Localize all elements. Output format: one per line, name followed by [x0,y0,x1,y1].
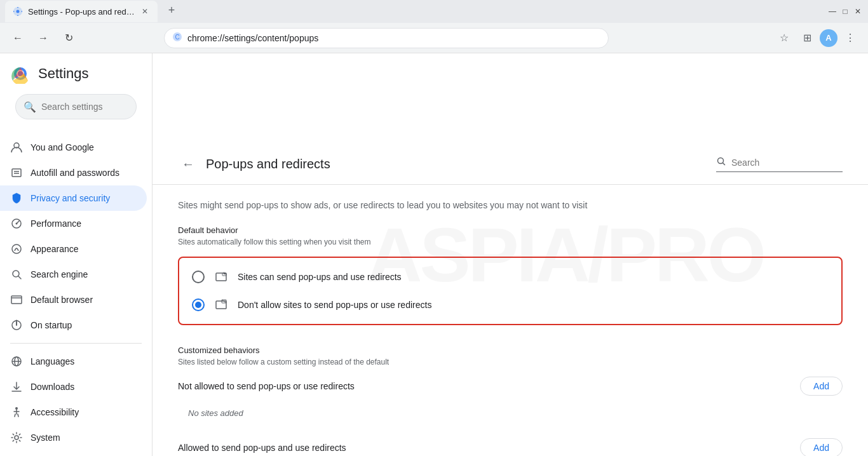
svg-point-25 [15,436,18,439]
tab-close-button[interactable]: ✕ [140,6,150,17]
allowed-label: Allowed to send pop-ups and use redirect… [178,443,346,453]
main-content: Settings 🔍 You and Google [0,53,868,456]
bookmark-button[interactable]: ☆ [774,28,794,48]
allowed-add-button[interactable]: Add [800,438,843,456]
sidebar-item-label: Languages [31,356,74,366]
sidebar-item-label: Accessibility [31,407,79,417]
minimize-button[interactable]: — [827,6,837,17]
allow-popups-option[interactable]: Sites can send pop-ups and use redirects [179,263,841,291]
search-engine-icon [10,268,23,281]
svg-text:C: C [175,34,179,41]
page-title-row: ← Pop-ups and redirects [178,154,330,174]
toolbar-icons: ☆ ⊞ A ⋮ [774,28,860,48]
startup-icon [10,319,23,332]
tab-title: Settings - Pop-ups and redirec... [28,7,135,17]
address-bar[interactable]: C chrome://settings/content/popups [164,28,609,48]
sidebar-item-downloads[interactable]: Downloads [0,374,147,399]
active-tab[interactable]: Settings - Pop-ups and redirec... ✕ [5,1,158,22]
allow-popups-label: Sites can send pop-ups and use redirects [238,272,402,282]
extensions-button[interactable]: ⊞ [797,28,817,48]
sidebar-item-label: Downloads [31,382,74,392]
svg-line-14 [18,276,21,279]
block-radio-button[interactable] [192,298,205,311]
sidebar-item-accessibility[interactable]: Accessibility [0,399,147,425]
sidebar-item-search-engine[interactable]: Search engine [0,262,147,287]
settings-search-input[interactable] [41,102,153,112]
svg-point-19 [16,320,18,322]
default-browser-icon [10,293,23,306]
default-behavior-options: Sites can send pop-ups and use redirects [178,257,843,325]
settings-search-bar[interactable]: 🔍 [15,94,137,119]
performance-icon [10,217,23,230]
page-search-input[interactable] [731,158,843,168]
sidebar-item-reset-settings[interactable]: Reset settings [0,450,147,456]
allowed-section: Allowed to send pop-ups and use redirect… [178,438,843,456]
sidebar-item-languages[interactable]: Languages [0,349,147,374]
sidebar-item-label: Performance [31,218,81,229]
refresh-button[interactable]: ↻ [58,28,79,48]
languages-icon [10,355,23,368]
sidebar-item-label: On startup [31,320,72,330]
content-body: Sites might send pop-ups to show ads, or… [153,185,868,456]
search-icon: 🔍 [24,101,36,113]
not-allowed-no-sites: No sites added [178,403,843,423]
sidebar-item-default-browser[interactable]: Default browser [0,287,147,312]
not-allowed-add-button[interactable]: Add [800,377,843,396]
page-search-icon [716,156,726,169]
back-nav-button[interactable]: ← [8,28,28,48]
not-allowed-row: Not allowed to send pop-ups or use redir… [178,377,843,396]
svg-line-27 [723,163,725,164]
page-search[interactable] [716,156,843,172]
customized-behaviors-section: Customized behaviors Sites listed below … [178,345,843,456]
security-icon: C [172,32,182,44]
sidebar-item-label: Appearance [31,244,79,254]
page-header: ← Pop-ups and redirects [153,141,868,185]
sidebar-item-label: You and Google [31,142,94,152]
settings-nav: You and Google Autofill and passwords [0,135,152,456]
block-popups-option[interactable]: Don't allow sites to send pop-ups or use… [179,291,841,319]
chrome-menu-button[interactable]: ⋮ [840,28,860,48]
sidebar-item-autofill[interactable]: Autofill and passwords [0,160,147,185]
block-popups-label: Don't allow sites to send pop-ups or use… [238,300,431,310]
default-behavior-title: Default behavior [178,225,843,235]
svg-rect-7 [12,169,21,177]
window-controls: — □ ✕ [827,6,863,17]
sidebar-item-label: Search engine [31,269,88,279]
profile-avatar[interactable]: A [820,29,837,47]
settings-header: Settings [0,53,152,89]
maximize-button[interactable]: □ [840,6,850,17]
sidebar-item-performance[interactable]: Performance [0,211,147,236]
accessibility-icon [10,406,23,419]
back-button[interactable]: ← [178,154,198,174]
new-tab-button[interactable]: + [163,1,180,19]
close-button[interactable]: ✕ [853,6,863,17]
block-popup-icon [215,298,227,311]
sidebar-item-label: Default browser [31,295,93,305]
customized-behaviors-subtitle: Sites listed below follow a custom setti… [178,358,843,366]
forward-nav-button[interactable]: → [33,28,53,48]
settings-title: Settings [38,65,89,82]
content-area: ASPIA/PRO ← Pop-ups and redirects [153,53,868,456]
downloads-icon [10,380,23,393]
svg-point-11 [16,223,18,225]
tab-favicon [13,6,23,17]
sidebar-item-appearance[interactable]: Appearance [0,236,147,262]
svg-rect-15 [11,296,22,304]
sidebar-item-label: Privacy and security [31,193,110,203]
customized-behaviors-title: Customized behaviors [178,345,843,355]
sidebar-item-system[interactable]: System [0,425,147,450]
sidebar-item-on-startup[interactable]: On startup [0,312,147,338]
sidebar-item-privacy-security[interactable]: Privacy and security [0,185,147,211]
svg-point-12 [12,245,21,253]
default-behavior-subtitle: Sites automatically follow this setting … [178,238,843,246]
allow-popup-icon [215,271,227,283]
title-bar: Settings - Pop-ups and redirec... ✕ + — … [0,0,868,23]
sidebar-item-you-and-google[interactable]: You and Google [0,135,147,160]
shield-icon [10,192,23,205]
allow-radio-button[interactable] [192,271,205,283]
autofill-icon [10,166,23,179]
person-icon [10,141,23,154]
chrome-logo [10,64,31,84]
sidebar: Settings 🔍 You and Google [0,53,153,456]
appearance-icon [10,243,23,255]
